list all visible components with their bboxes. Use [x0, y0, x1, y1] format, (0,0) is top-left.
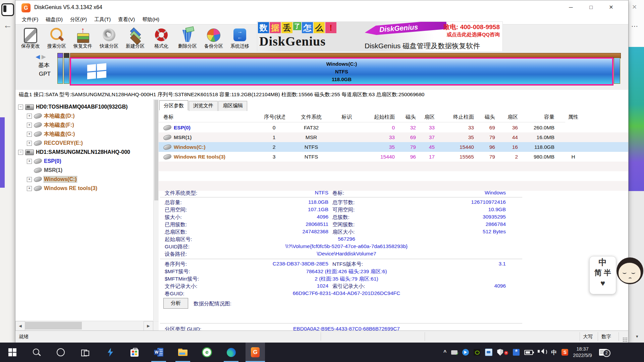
ime-status-widget[interactable]: 中 简 半 ♥ — [589, 256, 616, 294]
notification-center-button[interactable]: 2 — [599, 349, 607, 356]
scroll-right-icon[interactable]: ▶ — [144, 321, 153, 330]
overflow-menu-icon[interactable]: ⋯ — [631, 22, 638, 30]
snowflake-tray-icon[interactable]: * — [513, 349, 520, 356]
quick-partition-button[interactable]: 快速分区 — [97, 25, 121, 51]
recover-files-button[interactable]: ↑ 恢复文件 — [70, 25, 95, 51]
tree-item-windows-c[interactable]: + Windows(C:) — [27, 175, 77, 184]
ime-mode-chinese[interactable]: 中 — [590, 256, 616, 268]
banner-qq-link[interactable]: 或点击此处选择QQ咨询 — [443, 32, 500, 38]
expand-icon[interactable]: + — [27, 186, 32, 191]
battery-icon[interactable] — [524, 350, 533, 355]
maximize-button[interactable]: □ — [586, 2, 596, 12]
menu-view[interactable]: 查看(V) — [114, 15, 139, 24]
menu-help[interactable]: 帮助(H) — [139, 15, 163, 24]
scroll-left-icon[interactable]: ◀ — [15, 321, 25, 330]
col-start-sector[interactable]: 扇区 — [417, 114, 436, 121]
tab-partition-params[interactable]: 分区参数 — [159, 100, 188, 110]
tree-item-esp[interactable]: + ESP(0) — [27, 157, 61, 166]
microsoft-store-button[interactable] — [125, 343, 144, 362]
volume-icon-tray[interactable] — [538, 348, 546, 357]
msr-partition-bar[interactable] — [64, 58, 69, 84]
save-changes-button[interactable]: 保存更改 — [18, 25, 43, 51]
collapse-icon[interactable]: − — [18, 105, 23, 110]
pinned-app-flash[interactable] — [101, 343, 120, 362]
next-disk-icon[interactable]: ▶ — [42, 54, 46, 60]
task-view-button[interactable] — [75, 343, 95, 362]
printer-tray-icon[interactable]: ✓ — [451, 350, 458, 355]
search-partition-button[interactable]: 搜索分区 — [44, 25, 69, 51]
collapse-icon[interactable]: − — [18, 150, 23, 155]
menu-disk[interactable]: 磁盘(D) — [42, 15, 66, 24]
ghost-close-icon[interactable]: ✕ — [632, 3, 637, 11]
expand-icon[interactable]: + — [27, 132, 32, 137]
tab-sector-edit[interactable]: 扇区编辑 — [218, 101, 247, 111]
backup-partition-button[interactable]: 备份分区 — [201, 25, 226, 51]
intel-graphics-tray-icon[interactable] — [485, 349, 492, 356]
tree-horizontal-scrollbar[interactable]: ◀ ▶ — [15, 321, 159, 330]
ime-halfwidth[interactable]: 半 — [604, 268, 611, 278]
expand-icon[interactable]: + — [27, 177, 32, 182]
start-button[interactable] — [3, 343, 22, 362]
scrollbar-thumb[interactable] — [25, 322, 82, 329]
table-row[interactable]: MSR(1) 1MSR 336937 357944 16.0MB — [159, 132, 628, 142]
ime-indicator[interactable]: 中 — [551, 349, 557, 356]
esp-partition-bar[interactable] — [57, 58, 63, 84]
minimize-button[interactable]: ─ — [566, 2, 576, 12]
diskgenius-taskbar-button[interactable]: G — [246, 343, 265, 362]
prev-disk-icon[interactable]: ◀ — [36, 54, 40, 60]
new-partition-button[interactable]: 新建分区 — [123, 25, 148, 51]
col-start-cyl[interactable]: 起始柱面 — [356, 114, 396, 121]
col-filesystem[interactable]: 文件系统 — [285, 114, 337, 121]
table-row[interactable]: ESP(0) 0FAT32 03233 336936 260.0MB — [159, 123, 628, 132]
menu-file[interactable]: 文件(F) — [18, 15, 42, 24]
resize-grip[interactable] — [623, 337, 627, 342]
windows-partition-bar[interactable]: Windows(C:) NTFS 118.0GB — [70, 58, 613, 85]
format-button[interactable]: 格式化 — [149, 25, 174, 51]
tree-item-windows-re[interactable]: + Windows RE tools(3) — [27, 184, 97, 193]
expand-icon[interactable]: + — [27, 123, 32, 128]
table-row[interactable]: Windows RE tools(3) 3NTFS 154409617 1556… — [159, 152, 628, 162]
close-button[interactable]: ✕ — [606, 2, 616, 12]
col-volume-label[interactable]: 卷标 — [159, 114, 263, 121]
col-attr[interactable]: 属性 — [555, 114, 591, 121]
col-end-cyl[interactable]: 终止柱面 — [436, 114, 475, 121]
tray-chevron-icon[interactable]: ^ — [443, 349, 446, 355]
heart-icon[interactable]: ♥ — [600, 279, 605, 288]
tree-item-local-d[interactable]: + 本地磁盘(D:) — [27, 112, 75, 120]
col-flag[interactable]: 标识 — [337, 114, 356, 121]
system-migration-button[interactable]: →← 系统迁移 — [227, 25, 252, 51]
bird-app-tray-icon[interactable] — [462, 349, 469, 356]
recovery-partition-bar[interactable] — [614, 58, 620, 84]
tree-item-local-f[interactable]: + 本地磁盘(F:) — [27, 121, 74, 129]
browser-360-button[interactable]: e — [197, 343, 217, 362]
tree-item-hd0[interactable]: − HD0:TOSHIBAMQ04ABF100(932GB) — [18, 103, 128, 111]
tree-item-local-g[interactable]: + 本地磁盘(G:) — [27, 130, 75, 138]
col-capacity[interactable]: 容量 — [519, 114, 555, 121]
tree-item-msr[interactable]: MSR(1) — [27, 166, 62, 175]
ad-banner[interactable]: 数据丢了怎么！ DiskGenius 致电: 400-008-9958 或点击此… — [257, 21, 503, 52]
col-start-head[interactable]: 磁头 — [396, 114, 417, 121]
table-row-selected[interactable]: Windows(C:) 2NTFS 357945 154409616 118.0… — [159, 142, 628, 152]
scroll-caret-icon[interactable]: ▾ — [636, 334, 638, 339]
back-arrow-icon[interactable]: ← — [3, 20, 12, 31]
ime-mascot-avatar[interactable] — [616, 257, 644, 286]
word-button[interactable]: W — [149, 343, 168, 362]
cortana-button[interactable] — [51, 343, 70, 362]
expand-icon[interactable]: + — [27, 141, 32, 146]
tree-item-hd1[interactable]: − HD1:SAMSUNGMZNLN128HAHQ-000 — [18, 148, 130, 157]
menu-tools[interactable]: 工具(T) — [91, 15, 114, 24]
tree-vertical-scrollbar[interactable] — [153, 99, 159, 320]
menu-partition[interactable]: 分区(P) — [66, 15, 91, 24]
file-explorer-button[interactable] — [173, 343, 193, 362]
edge-button[interactable] — [221, 343, 241, 362]
taskbar-clock[interactable]: 18:37 2022/5/9 — [573, 346, 592, 359]
sogou-tray-icon[interactable]: S — [561, 349, 568, 356]
expand-icon[interactable]: + — [27, 114, 32, 119]
delete-partition-button[interactable]: 删除分区 — [175, 25, 200, 51]
ime-simplified[interactable]: 简 — [594, 268, 602, 278]
defender-shield-icon[interactable] — [497, 349, 503, 356]
col-seq[interactable]: 序号(状态) — [263, 114, 285, 121]
col-end-head[interactable]: 磁头 — [475, 114, 496, 121]
tree-item-recovery-e[interactable]: + RECOVERY(E:) — [27, 139, 83, 147]
expand-icon[interactable]: + — [27, 159, 32, 164]
